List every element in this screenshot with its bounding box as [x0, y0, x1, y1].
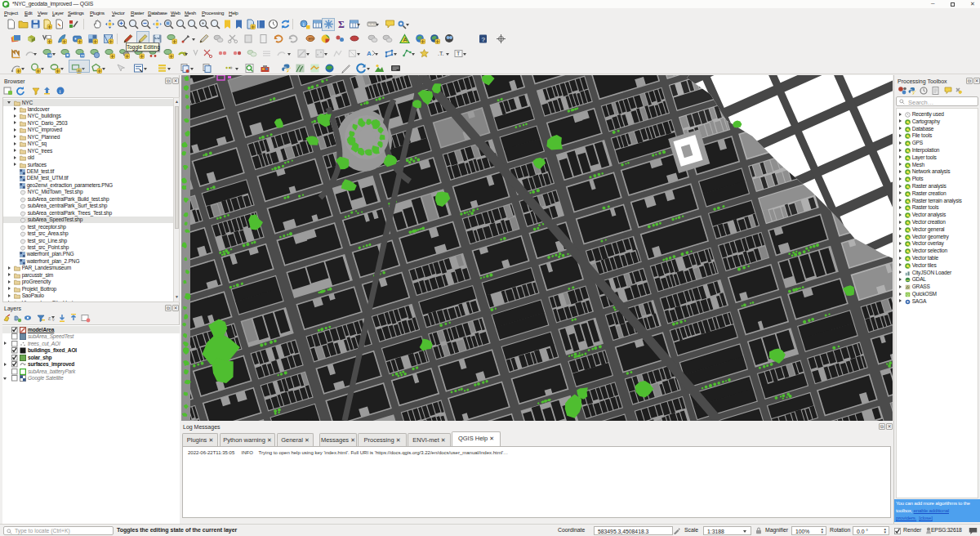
svg-text:Σ: Σ: [338, 19, 345, 29]
svg-text:A: A: [367, 50, 372, 57]
svg-text:A: A: [403, 37, 408, 42]
svg-text:em: em: [309, 36, 314, 41]
svg-text:?: ?: [482, 36, 486, 43]
svg-text:.T.: .T.: [438, 51, 443, 56]
svg-text:T: T: [457, 51, 461, 56]
svg-text:i: i: [303, 21, 305, 28]
svg-text:i: i: [60, 88, 61, 95]
